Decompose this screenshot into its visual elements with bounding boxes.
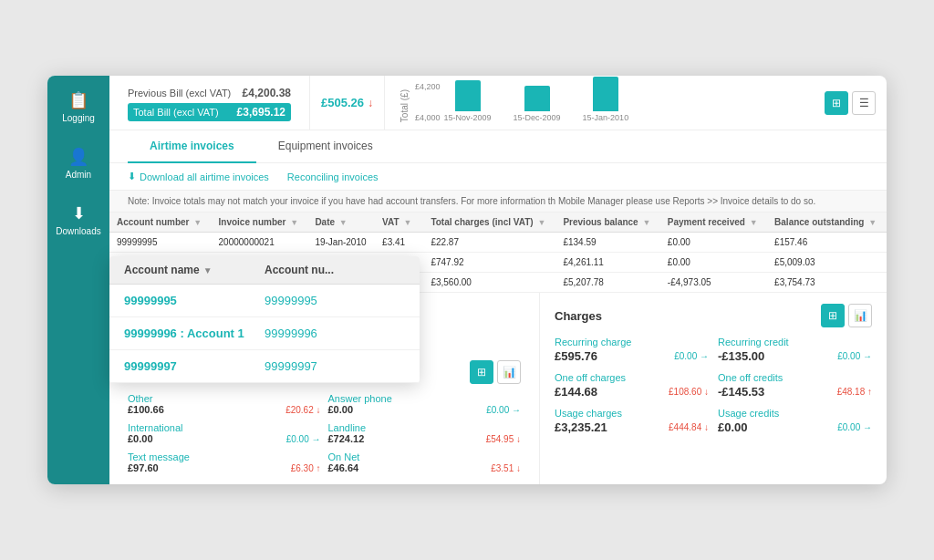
col-payment[interactable]: Payment received ▼ (660, 213, 767, 233)
top-bar: Previous Bill (excl VAT) £4,200.38 Total… (109, 76, 887, 130)
highlight-amount: £505.26 (321, 96, 364, 109)
download-link[interactable]: ⬇ Download all airtime invoices (128, 171, 269, 182)
table-row[interactable]: 99999995 20000000021 19-Jan-2010 £3.41 £… (109, 233, 887, 253)
main-content: Previous Bill (excl VAT) £4,200.38 Total… (109, 76, 887, 484)
charge-recurring: Recurring charge £595.76 £0.00 → (555, 337, 709, 363)
sidebar-item-downloads[interactable]: ⬇ Downloads (47, 198, 109, 242)
dropdown-row-1[interactable]: 99999995 99999995 (109, 285, 420, 317)
charges-grid-button[interactable]: ⊞ (821, 304, 845, 327)
chart-y-max: £4,200 (415, 82, 441, 91)
charges-grid: Recurring charge £595.76 £0.00 → Recurri… (555, 337, 872, 434)
cell-prev-balance: £4,261.11 (555, 253, 659, 273)
tabs-bar: Airtime invoices Equipment invoices (109, 130, 887, 163)
cell-payment: £0.00 (660, 253, 767, 273)
account-num-3: 99999997 (265, 359, 405, 373)
col-balance[interactable]: Balance outstanding ▼ (767, 213, 887, 233)
decrease-icon: ↓ (368, 97, 373, 109)
col-date[interactable]: Date ▼ (307, 213, 375, 233)
dest-on-net: On Net £46.64 £3.51 ↓ (328, 451, 522, 473)
grid-view-button[interactable]: ⊞ (825, 91, 848, 115)
view-toggles: ⊞ ☰ (814, 76, 887, 130)
table-header-row: Account number ▼ Invoice number ▼ Date ▼… (109, 213, 887, 233)
links-bar: ⬇ Download all airtime invoices Reconcil… (109, 163, 887, 191)
col-total[interactable]: Total charges (incl VAT) ▼ (423, 213, 555, 233)
col-vat[interactable]: VAT ▼ (375, 213, 423, 233)
charges-section-title: Charges ⊞ 📊 (555, 304, 872, 327)
col-prev-balance[interactable]: Previous balance ▼ (555, 213, 659, 233)
dest-landline: Landline £724.12 £54.95 ↓ (328, 422, 522, 444)
destinations-view-toggles: ⊞ 📊 (470, 360, 521, 384)
total-bill-label: Total Bill (excl VAT) (133, 107, 219, 118)
cell-total: £747.92 (423, 253, 555, 273)
cell-prev-balance: £5,207.78 (555, 273, 659, 293)
charges-chart-button[interactable]: 📊 (848, 304, 872, 327)
dropdown-row-3[interactable]: 99999997 99999997 (109, 350, 420, 383)
cell-balance: £5,009.03 (767, 253, 887, 273)
charge-recurring-credit: Recurring credit -£135.00 £0.00 → (718, 337, 872, 363)
charge-one-off-credit: One off credits -£145.53 £48.18 ↑ (718, 372, 872, 399)
chart-col-2: 15-Dec-2009 (514, 86, 561, 122)
total-bill-row: Total Bill (excl VAT) £3,695.12 (128, 103, 291, 121)
destinations-grid: Other £100.66 £20.62 ↓ Answer phone £0.0… (128, 393, 521, 473)
chart-bar-3 (593, 77, 618, 111)
chevron-down-icon: ▼ (203, 265, 213, 275)
cell-total: £22.87 (423, 233, 555, 253)
downloads-icon: ⬇ (72, 203, 86, 223)
account-dropdown: Account name ▼ Account nu... 99999995 99… (109, 256, 420, 383)
notice-bar: Note: Invoice totals may not match your … (109, 191, 887, 213)
chart-y-label: Total (£) (400, 89, 410, 122)
dropdown-row-2[interactable]: 99999996 : Account 1 99999996 (109, 317, 420, 350)
dropdown-col2-header: Account nu... (265, 264, 405, 276)
dropdown-header: Account name ▼ Account nu... (109, 256, 420, 285)
tab-airtime[interactable]: Airtime invoices (128, 130, 256, 163)
chart-bar-2 (524, 86, 550, 111)
charge-one-off: One off charges £144.68 £108.60 ↓ (555, 372, 709, 399)
download-icon: ⬇ (128, 171, 136, 182)
account-name-3: 99999997 (124, 359, 265, 373)
previous-bill-amount: £4,200.38 (243, 87, 291, 99)
cell-payment: £0.00 (660, 233, 767, 253)
account-num-1: 99999995 (265, 294, 405, 307)
dest-answer-phone: Answer phone £0.00 £0.00 → (328, 393, 522, 415)
charges-view-toggles: ⊞ 📊 (821, 304, 872, 327)
cell-account: 99999995 (109, 233, 212, 253)
account-name-2: 99999996 : Account 1 (124, 327, 265, 340)
list-view-button[interactable]: ☰ (852, 91, 876, 115)
reconcile-link[interactable]: Reconciling invoices (287, 171, 379, 182)
account-num-2: 99999996 (265, 327, 405, 340)
sidebar: 📋 Logging 👤 Admin ⬇ Downloads (47, 76, 109, 484)
chart-date-1: 15-Nov-2009 (444, 113, 492, 122)
charges-panel: Charges ⊞ 📊 Recurring charge £595.76 £0.… (540, 293, 887, 484)
charge-usage-credit: Usage credits £0.00 £0.00 → (718, 408, 872, 434)
chart-col-3: 15-Jan-2010 (583, 77, 629, 122)
cell-prev-balance: £134.59 (555, 233, 659, 253)
previous-bill-label: Previous Bill (excl VAT) (128, 88, 231, 99)
charge-usage: Usage charges £3,235.21 £444.84 ↓ (555, 408, 709, 434)
chart-date-3: 15-Jan-2010 (583, 113, 629, 122)
col-invoice[interactable]: Invoice number ▼ (212, 213, 308, 233)
col-account[interactable]: Account number ▼ (109, 213, 212, 233)
dest-chart-button[interactable]: 📊 (497, 360, 521, 384)
sidebar-item-admin[interactable]: 👤 Admin (47, 141, 109, 185)
cell-vat: £3.41 (375, 233, 423, 253)
bill-section: Previous Bill (excl VAT) £4,200.38 Total… (109, 76, 310, 130)
cell-total: £3,560.00 (423, 273, 555, 293)
previous-bill-row: Previous Bill (excl VAT) £4,200.38 (128, 85, 291, 101)
cell-invoice: 20000000021 (212, 233, 308, 253)
dest-international: International £0.00 £0.00 → (128, 422, 321, 444)
cell-date: 19-Jan-2010 (307, 233, 375, 253)
chart-bar-1 (455, 80, 481, 111)
account-name-1: 99999995 (124, 294, 265, 307)
total-bill-amount: £3,695.12 (237, 106, 285, 119)
cell-balance: £3,754.73 (767, 273, 887, 293)
logging-icon: 📋 (68, 90, 88, 110)
cell-balance: £157.46 (767, 233, 887, 253)
dest-grid-button[interactable]: ⊞ (470, 360, 493, 384)
tab-equipment[interactable]: Equipment invoices (256, 130, 395, 163)
chart-section: Total (£) £4,200 £4,000 15-Nov-2009 15-D… (385, 76, 814, 130)
chart-col-1: 15-Nov-2009 (444, 80, 492, 122)
sidebar-item-logging[interactable]: 📋 Logging (47, 85, 109, 129)
dest-text-message: Text message £97.60 £6.30 ↑ (128, 451, 321, 473)
dropdown-col1-header: Account name ▼ (124, 264, 265, 276)
cell-payment: -£4,973.05 (660, 273, 767, 293)
